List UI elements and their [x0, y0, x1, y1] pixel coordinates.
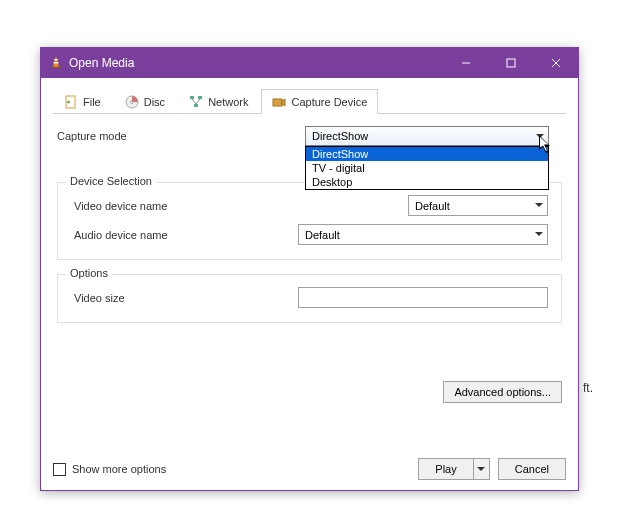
video-device-combo[interactable]: Default — [408, 195, 548, 216]
vlc-cone-icon — [49, 55, 63, 72]
cancel-label: Cancel — [515, 463, 549, 475]
svg-marker-0 — [53, 56, 59, 67]
dialog-footer: Show more options Play Cancel — [53, 458, 566, 480]
tab-disc[interactable]: Disc — [114, 89, 176, 114]
tab-network[interactable]: Network — [178, 89, 259, 114]
network-icon — [189, 95, 203, 109]
audio-device-label: Audio device name — [68, 229, 298, 241]
tab-capture-label: Capture Device — [291, 96, 367, 108]
video-device-label: Video device name — [68, 200, 408, 212]
open-media-window: Open Media File Disc Network Capture Dev… — [40, 47, 579, 491]
capture-mode-option-directshow[interactable]: DirectShow — [306, 147, 548, 161]
svg-rect-1 — [54, 59, 58, 60]
svg-rect-5 — [507, 59, 515, 67]
close-button[interactable] — [533, 48, 578, 78]
cancel-button[interactable]: Cancel — [498, 458, 566, 480]
capture-mode-option-desktop[interactable]: Desktop — [306, 175, 548, 189]
device-selection-title: Device Selection — [66, 175, 156, 187]
minimize-button[interactable] — [443, 48, 488, 78]
svg-rect-3 — [51, 66, 61, 68]
show-more-options-checkbox[interactable] — [53, 463, 66, 476]
svg-point-9 — [67, 101, 70, 104]
options-group: Options Video size — [57, 274, 562, 323]
content-area: File Disc Network Capture Device Capture… — [41, 78, 578, 417]
svg-marker-20 — [535, 232, 543, 236]
titlebar[interactable]: Open Media — [41, 48, 578, 78]
svg-rect-17 — [273, 99, 282, 106]
svg-marker-19 — [535, 203, 543, 207]
advanced-options-button[interactable]: Advanced options... — [443, 381, 562, 403]
maximize-button[interactable] — [488, 48, 533, 78]
chevron-down-icon — [535, 199, 543, 211]
video-size-label: Video size — [68, 292, 298, 304]
tab-file-label: File — [83, 96, 101, 108]
capture-mode-combo[interactable]: DirectShow — [305, 126, 549, 146]
svg-line-15 — [192, 99, 196, 104]
chevron-down-icon — [535, 228, 543, 240]
stray-text: ft. — [583, 381, 593, 395]
disc-icon — [125, 95, 139, 109]
capture-device-icon — [272, 95, 286, 109]
tab-bar: File Disc Network Capture Device — [53, 88, 566, 114]
svg-marker-24 — [477, 467, 485, 471]
audio-device-combo[interactable]: Default — [298, 224, 548, 245]
advanced-options-label: Advanced options... — [454, 386, 551, 398]
tab-capture-device[interactable]: Capture Device — [261, 89, 378, 114]
device-selection-group: Device Selection Video device name Defau… — [57, 182, 562, 260]
mouse-cursor-icon — [539, 135, 555, 159]
capture-mode-dropdown[interactable]: DirectShow TV - digital Desktop — [305, 146, 549, 190]
tab-file[interactable]: File — [53, 89, 112, 114]
video-device-value: Default — [415, 200, 450, 212]
tab-network-label: Network — [208, 96, 248, 108]
capture-mode-label: Capture mode — [57, 130, 305, 142]
svg-rect-2 — [54, 62, 59, 63]
svg-rect-12 — [190, 96, 194, 99]
play-dropdown-button[interactable] — [474, 458, 490, 480]
audio-device-value: Default — [305, 229, 340, 241]
window-title: Open Media — [69, 56, 443, 70]
svg-rect-13 — [198, 96, 202, 99]
video-size-input[interactable] — [298, 287, 548, 308]
capture-mode-option-tv-digital[interactable]: TV - digital — [306, 161, 548, 175]
tab-disc-label: Disc — [144, 96, 165, 108]
play-button[interactable]: Play — [418, 458, 473, 480]
svg-line-16 — [196, 99, 200, 104]
file-icon — [64, 95, 78, 109]
play-split-button[interactable]: Play — [418, 458, 489, 480]
options-title: Options — [66, 267, 112, 279]
svg-rect-14 — [194, 104, 198, 107]
show-more-options-label: Show more options — [72, 463, 166, 475]
capture-mode-value: DirectShow — [312, 130, 368, 142]
